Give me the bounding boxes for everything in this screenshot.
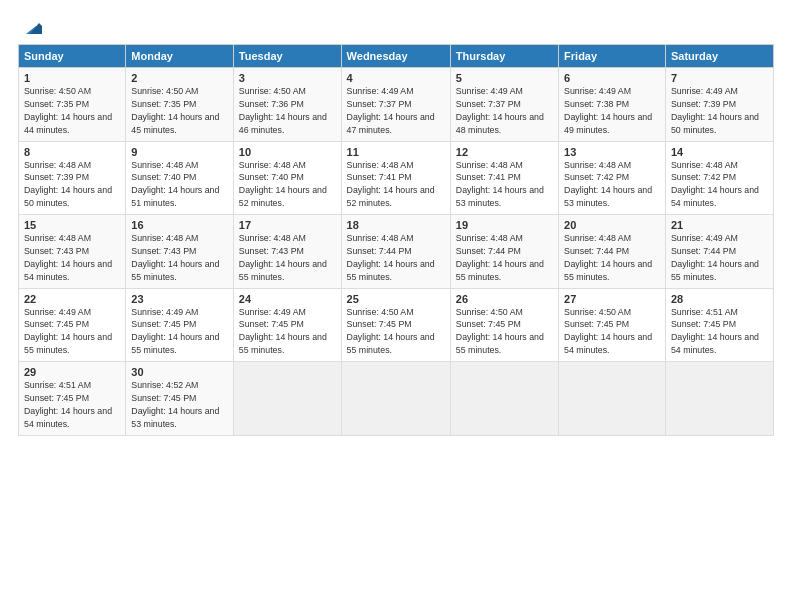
calendar-cell-26: 26Sunrise: 4:50 AMSunset: 7:45 PMDayligh… [450, 288, 558, 362]
empty-cell [233, 362, 341, 436]
day-number: 7 [671, 72, 768, 84]
day-number: 28 [671, 293, 768, 305]
logo [18, 16, 42, 38]
col-header-wednesday: Wednesday [341, 45, 450, 68]
day-number: 14 [671, 146, 768, 158]
calendar-cell-3: 3Sunrise: 4:50 AMSunset: 7:36 PMDaylight… [233, 68, 341, 142]
calendar-cell-9: 9Sunrise: 4:48 AMSunset: 7:40 PMDaylight… [126, 141, 234, 215]
calendar-cell-6: 6Sunrise: 4:49 AMSunset: 7:38 PMDaylight… [559, 68, 666, 142]
calendar-cell-23: 23Sunrise: 4:49 AMSunset: 7:45 PMDayligh… [126, 288, 234, 362]
empty-cell [341, 362, 450, 436]
day-number: 4 [347, 72, 445, 84]
day-number: 30 [131, 366, 228, 378]
calendar-cell-29: 29Sunrise: 4:51 AMSunset: 7:45 PMDayligh… [19, 362, 126, 436]
day-number: 25 [347, 293, 445, 305]
calendar-cell-15: 15Sunrise: 4:48 AMSunset: 7:43 PMDayligh… [19, 215, 126, 289]
day-info: Sunrise: 4:49 AMSunset: 7:45 PMDaylight:… [131, 307, 219, 356]
day-info: Sunrise: 4:49 AMSunset: 7:45 PMDaylight:… [24, 307, 112, 356]
day-number: 20 [564, 219, 660, 231]
calendar-cell-11: 11Sunrise: 4:48 AMSunset: 7:41 PMDayligh… [341, 141, 450, 215]
col-header-friday: Friday [559, 45, 666, 68]
calendar-cell-28: 28Sunrise: 4:51 AMSunset: 7:45 PMDayligh… [665, 288, 773, 362]
day-info: Sunrise: 4:49 AMSunset: 7:45 PMDaylight:… [239, 307, 327, 356]
day-number: 11 [347, 146, 445, 158]
calendar-cell-19: 19Sunrise: 4:48 AMSunset: 7:44 PMDayligh… [450, 215, 558, 289]
day-info: Sunrise: 4:50 AMSunset: 7:45 PMDaylight:… [564, 307, 652, 356]
day-number: 26 [456, 293, 553, 305]
calendar-cell-4: 4Sunrise: 4:49 AMSunset: 7:37 PMDaylight… [341, 68, 450, 142]
day-number: 21 [671, 219, 768, 231]
calendar-cell-17: 17Sunrise: 4:48 AMSunset: 7:43 PMDayligh… [233, 215, 341, 289]
day-info: Sunrise: 4:48 AMSunset: 7:42 PMDaylight:… [564, 160, 652, 209]
day-number: 13 [564, 146, 660, 158]
day-info: Sunrise: 4:49 AMSunset: 7:37 PMDaylight:… [456, 86, 544, 135]
calendar-cell-16: 16Sunrise: 4:48 AMSunset: 7:43 PMDayligh… [126, 215, 234, 289]
day-info: Sunrise: 4:50 AMSunset: 7:45 PMDaylight:… [456, 307, 544, 356]
calendar-cell-27: 27Sunrise: 4:50 AMSunset: 7:45 PMDayligh… [559, 288, 666, 362]
day-number: 29 [24, 366, 120, 378]
day-info: Sunrise: 4:48 AMSunset: 7:44 PMDaylight:… [456, 233, 544, 282]
day-info: Sunrise: 4:51 AMSunset: 7:45 PMDaylight:… [671, 307, 759, 356]
calendar-cell-1: 1Sunrise: 4:50 AMSunset: 7:35 PMDaylight… [19, 68, 126, 142]
calendar-cell-20: 20Sunrise: 4:48 AMSunset: 7:44 PMDayligh… [559, 215, 666, 289]
calendar-cell-14: 14Sunrise: 4:48 AMSunset: 7:42 PMDayligh… [665, 141, 773, 215]
day-number: 22 [24, 293, 120, 305]
day-number: 9 [131, 146, 228, 158]
day-number: 1 [24, 72, 120, 84]
day-number: 15 [24, 219, 120, 231]
day-info: Sunrise: 4:48 AMSunset: 7:40 PMDaylight:… [131, 160, 219, 209]
col-header-sunday: Sunday [19, 45, 126, 68]
calendar-cell-8: 8Sunrise: 4:48 AMSunset: 7:39 PMDaylight… [19, 141, 126, 215]
col-header-saturday: Saturday [665, 45, 773, 68]
empty-cell [450, 362, 558, 436]
day-number: 10 [239, 146, 336, 158]
day-number: 2 [131, 72, 228, 84]
calendar-cell-30: 30Sunrise: 4:52 AMSunset: 7:45 PMDayligh… [126, 362, 234, 436]
calendar-cell-5: 5Sunrise: 4:49 AMSunset: 7:37 PMDaylight… [450, 68, 558, 142]
day-info: Sunrise: 4:48 AMSunset: 7:40 PMDaylight:… [239, 160, 327, 209]
day-info: Sunrise: 4:51 AMSunset: 7:45 PMDaylight:… [24, 380, 112, 429]
calendar-cell-22: 22Sunrise: 4:49 AMSunset: 7:45 PMDayligh… [19, 288, 126, 362]
day-number: 19 [456, 219, 553, 231]
day-info: Sunrise: 4:48 AMSunset: 7:43 PMDaylight:… [24, 233, 112, 282]
calendar-cell-18: 18Sunrise: 4:48 AMSunset: 7:44 PMDayligh… [341, 215, 450, 289]
day-info: Sunrise: 4:49 AMSunset: 7:44 PMDaylight:… [671, 233, 759, 282]
col-header-thursday: Thursday [450, 45, 558, 68]
day-number: 27 [564, 293, 660, 305]
day-info: Sunrise: 4:48 AMSunset: 7:43 PMDaylight:… [131, 233, 219, 282]
calendar-cell-24: 24Sunrise: 4:49 AMSunset: 7:45 PMDayligh… [233, 288, 341, 362]
day-info: Sunrise: 4:52 AMSunset: 7:45 PMDaylight:… [131, 380, 219, 429]
day-info: Sunrise: 4:48 AMSunset: 7:44 PMDaylight:… [564, 233, 652, 282]
calendar-table: SundayMondayTuesdayWednesdayThursdayFrid… [18, 44, 774, 436]
day-info: Sunrise: 4:50 AMSunset: 7:35 PMDaylight:… [131, 86, 219, 135]
calendar-cell-7: 7Sunrise: 4:49 AMSunset: 7:39 PMDaylight… [665, 68, 773, 142]
day-info: Sunrise: 4:48 AMSunset: 7:43 PMDaylight:… [239, 233, 327, 282]
day-number: 16 [131, 219, 228, 231]
day-info: Sunrise: 4:48 AMSunset: 7:42 PMDaylight:… [671, 160, 759, 209]
calendar-cell-13: 13Sunrise: 4:48 AMSunset: 7:42 PMDayligh… [559, 141, 666, 215]
calendar-cell-12: 12Sunrise: 4:48 AMSunset: 7:41 PMDayligh… [450, 141, 558, 215]
day-number: 6 [564, 72, 660, 84]
calendar-cell-2: 2Sunrise: 4:50 AMSunset: 7:35 PMDaylight… [126, 68, 234, 142]
day-number: 8 [24, 146, 120, 158]
day-number: 5 [456, 72, 553, 84]
empty-cell [559, 362, 666, 436]
calendar-cell-10: 10Sunrise: 4:48 AMSunset: 7:40 PMDayligh… [233, 141, 341, 215]
day-info: Sunrise: 4:48 AMSunset: 7:39 PMDaylight:… [24, 160, 112, 209]
calendar-cell-21: 21Sunrise: 4:49 AMSunset: 7:44 PMDayligh… [665, 215, 773, 289]
calendar-cell-25: 25Sunrise: 4:50 AMSunset: 7:45 PMDayligh… [341, 288, 450, 362]
day-info: Sunrise: 4:48 AMSunset: 7:44 PMDaylight:… [347, 233, 435, 282]
empty-cell [665, 362, 773, 436]
day-info: Sunrise: 4:48 AMSunset: 7:41 PMDaylight:… [347, 160, 435, 209]
day-number: 12 [456, 146, 553, 158]
logo-icon [20, 16, 42, 38]
col-header-tuesday: Tuesday [233, 45, 341, 68]
day-info: Sunrise: 4:49 AMSunset: 7:39 PMDaylight:… [671, 86, 759, 135]
day-info: Sunrise: 4:49 AMSunset: 7:38 PMDaylight:… [564, 86, 652, 135]
svg-marker-1 [30, 23, 42, 34]
day-number: 3 [239, 72, 336, 84]
day-number: 23 [131, 293, 228, 305]
day-info: Sunrise: 4:50 AMSunset: 7:45 PMDaylight:… [347, 307, 435, 356]
col-header-monday: Monday [126, 45, 234, 68]
day-info: Sunrise: 4:50 AMSunset: 7:35 PMDaylight:… [24, 86, 112, 135]
